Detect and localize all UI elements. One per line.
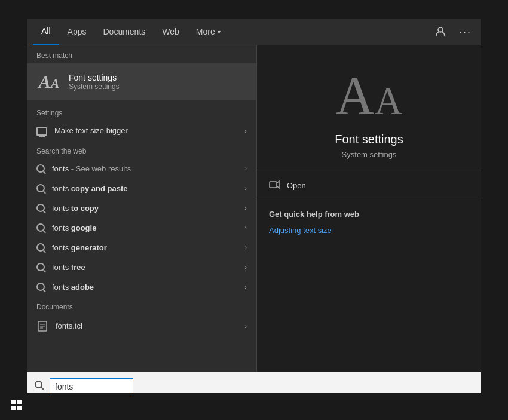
text-size-label: Make text size bigger — [54, 126, 237, 135]
web-item-google[interactable]: fonts google › — [27, 218, 256, 238]
search-icon-5 — [36, 243, 45, 252]
web-item-adobe[interactable]: fonts adobe › — [27, 277, 256, 297]
quick-help-title: Get quick help from web — [269, 210, 469, 219]
search-icon-4 — [36, 223, 45, 232]
web-item-generator-label: fonts generator — [52, 243, 237, 252]
search-icon-1 — [36, 164, 45, 173]
quick-help-link[interactable]: Adjusting text size — [269, 226, 332, 235]
list-item-text-size[interactable]: Make text size bigger › — [27, 121, 256, 141]
main-content: Best match AA Font settings System setti… — [27, 45, 481, 372]
open-label: Open — [287, 181, 306, 190]
web-item-copy-paste-label: fonts copy and paste — [52, 184, 237, 193]
chevron-right-icon: › — [244, 244, 247, 251]
chevron-right-icon: › — [244, 185, 247, 192]
settings-label: Settings — [27, 103, 256, 121]
search-window: All Apps Documents Web More ▾ — [27, 19, 481, 401]
more-options-button[interactable]: ··· — [455, 23, 475, 41]
chevron-right-icon: › — [244, 323, 247, 330]
best-match-subtitle: System settings — [69, 82, 120, 91]
best-match-text: Font settings System settings — [69, 73, 120, 91]
best-match-label: Best match — [27, 45, 256, 63]
web-item-google-label: fonts google — [52, 223, 237, 232]
search-input[interactable] — [50, 378, 133, 395]
person-icon-button[interactable] — [432, 24, 449, 39]
document-icon — [36, 320, 48, 332]
chevron-right-icon: › — [244, 127, 247, 134]
best-match-item[interactable]: AA Font settings System settings — [27, 63, 256, 100]
svg-rect-8 — [11, 400, 16, 404]
svg-rect-10 — [11, 406, 16, 410]
chevron-right-icon: › — [244, 204, 247, 211]
tab-apps[interactable]: Apps — [59, 19, 95, 45]
nav-tabs: All Apps Documents Web More ▾ — [27, 19, 481, 45]
best-match-title: Font settings — [69, 73, 120, 82]
svg-rect-5 — [270, 182, 277, 188]
tab-documents[interactable]: Documents — [94, 19, 154, 45]
web-item-fonts[interactable]: fonts - See web results › — [27, 159, 256, 179]
quick-help-section: Get quick help from web Adjusting text s… — [257, 200, 481, 245]
doc-item-label: fonts.tcl — [56, 321, 237, 330]
search-icon-7 — [36, 283, 45, 291]
chevron-right-icon: › — [244, 283, 247, 290]
left-panel: Best match AA Font settings System setti… — [27, 45, 257, 372]
chevron-right-icon: › — [244, 263, 247, 271]
docs-label: Documents — [27, 297, 256, 315]
right-panel: AA Font settings System settings — [257, 45, 481, 372]
web-item-generator[interactable]: fonts generator › — [27, 238, 256, 257]
web-item-free[interactable]: fonts free › — [27, 257, 256, 277]
settings-section: Settings Make text size bigger › — [27, 100, 256, 141]
web-item-fonts-label: fonts - See web results — [52, 164, 237, 173]
search-icon-2 — [36, 184, 45, 192]
open-icon — [269, 180, 280, 191]
monitor-icon — [36, 127, 47, 136]
web-label: Search the web — [27, 141, 256, 159]
svg-rect-11 — [17, 406, 22, 410]
svg-line-7 — [41, 387, 44, 390]
taskbar — [0, 393, 508, 420]
right-panel-top: AA Font settings System settings — [257, 45, 481, 171]
web-item-to-copy[interactable]: fonts to copy › — [27, 198, 256, 218]
chevron-right-icon: › — [244, 224, 247, 231]
search-icon-6 — [36, 263, 45, 271]
tab-all[interactable]: All — [33, 19, 59, 45]
tab-web[interactable]: Web — [154, 19, 188, 45]
svg-rect-9 — [17, 400, 22, 404]
web-item-adobe-label: fonts adobe — [52, 283, 237, 292]
doc-item-fonts-tcl[interactable]: fonts.tcl › — [27, 315, 256, 338]
chevron-down-icon: ▾ — [218, 29, 221, 35]
web-item-copy-paste[interactable]: fonts copy and paste › — [27, 179, 256, 198]
font-settings-icon: AA — [36, 69, 62, 94]
search-bar-icon — [34, 380, 45, 393]
web-item-to-copy-label: fonts to copy — [52, 204, 237, 213]
nav-actions: ··· — [432, 23, 475, 41]
search-icon-3 — [36, 204, 45, 212]
docs-section: Documents fonts.tcl › — [27, 297, 256, 338]
right-panel-title: Font settings — [335, 133, 403, 146]
open-action[interactable]: Open — [257, 171, 481, 200]
chevron-right-icon: › — [244, 165, 247, 172]
web-item-free-label: fonts free — [52, 263, 237, 272]
web-section: Search the web fonts - See web results ›… — [27, 141, 256, 297]
right-panel-actions: Open — [257, 171, 481, 200]
ellipsis-icon: ··· — [459, 26, 472, 38]
windows-start-button[interactable] — [6, 397, 27, 416]
tab-more[interactable]: More ▾ — [188, 22, 229, 41]
font-preview-icon: AA — [336, 69, 403, 123]
right-panel-subtitle: System settings — [342, 150, 397, 159]
